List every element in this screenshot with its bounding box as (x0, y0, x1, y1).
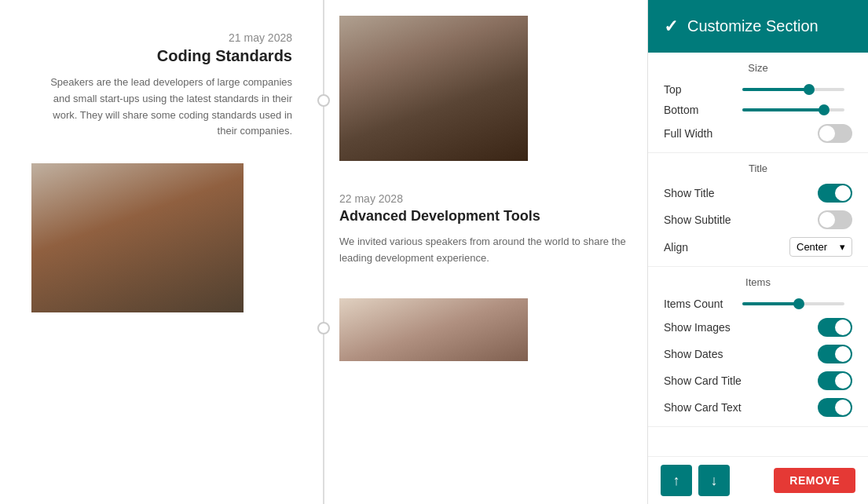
sidebar-body: Size Top Bottom (648, 53, 868, 456)
show-dates-row: Show Dates (664, 345, 852, 363)
event-2-date: 22 may 2028 (339, 192, 632, 205)
down-arrow-icon: ↓ (711, 473, 718, 489)
timeline-dot-top (317, 94, 330, 107)
align-dropdown[interactable]: Center ▾ (789, 237, 852, 257)
show-card-text-row: Show Card Text (664, 398, 852, 417)
full-width-toggle-knob (819, 126, 835, 141)
title-section: Title Show Title Show Subtitle Align Cen… (648, 153, 868, 267)
align-value: Center (797, 241, 827, 253)
size-section-label: Size (664, 62, 852, 74)
event-1-date: 21 may 2028 (31, 31, 292, 44)
bottom-slider-thumb[interactable] (819, 104, 830, 115)
event-2-title: Advanced Development Tools (339, 208, 632, 225)
top-slider-track (742, 88, 844, 91)
sidebar-header: ✓ Customize Section (648, 0, 868, 53)
top-slider-thumb[interactable] (804, 84, 815, 95)
show-title-toggle[interactable] (818, 184, 852, 203)
show-card-title-row: Show Card Title (664, 371, 852, 390)
dev-people-image (31, 163, 244, 312)
bottom-slider-fill (742, 108, 824, 111)
show-dates-toggle-knob (835, 346, 851, 362)
bottom-label: Bottom (664, 104, 698, 116)
bottom-control-row: Bottom (664, 104, 852, 116)
show-images-toggle-knob (835, 320, 851, 335)
show-images-row: Show Images (664, 318, 852, 337)
items-section-label: Items (664, 276, 852, 288)
main-content: 21 may 2028 Coding Standards Speakers ar… (0, 0, 647, 504)
timeline-dot-bottom (317, 322, 330, 334)
group-meeting-image (339, 16, 528, 161)
items-count-slider[interactable] (742, 302, 852, 305)
timeline-container: 21 may 2028 Coding Standards Speakers ar… (0, 0, 647, 504)
full-width-control-row: Full Width (664, 124, 852, 143)
items-count-slider-fill (742, 302, 799, 305)
show-subtitle-row: Show Subtitle (664, 210, 852, 229)
sidebar-title: Customize Section (687, 17, 819, 35)
items-section: Items Items Count Show Images Show Dates (648, 267, 868, 427)
align-row: Align Center ▾ (664, 237, 852, 257)
full-width-label: Full Width (664, 127, 712, 140)
show-card-title-toggle[interactable] (818, 371, 852, 390)
show-card-text-label: Show Card Text (664, 401, 742, 414)
items-count-slider-track (742, 302, 844, 305)
move-up-button[interactable]: ↑ (661, 465, 692, 496)
event-2-image-left (31, 163, 244, 312)
sidebar: ✓ Customize Section Size Top Bottom (647, 0, 868, 504)
show-title-row: Show Title (664, 184, 852, 203)
items-count-row: Items Count (664, 298, 852, 310)
top-control-row: Top (664, 83, 852, 96)
align-label: Align (664, 241, 688, 254)
show-card-text-toggle-knob (835, 400, 851, 415)
bottom-slider-track (742, 108, 844, 111)
full-width-toggle[interactable] (818, 124, 852, 143)
timeline-line (323, 0, 324, 504)
bottom-person-image (339, 298, 528, 361)
right-column: 22 may 2028 Advanced Development Tools W… (324, 16, 647, 488)
left-column: 21 may 2028 Coding Standards Speakers ar… (0, 16, 324, 488)
show-images-label: Show Images (664, 321, 731, 334)
bottom-slider[interactable] (742, 108, 852, 111)
top-label: Top (664, 83, 682, 96)
items-count-label: Items Count (664, 298, 723, 310)
event-1-description: Speakers are the lead developers of larg… (31, 75, 292, 140)
event-3-image-right (339, 298, 528, 361)
event-1-image-right (339, 16, 528, 161)
sidebar-footer: ↑ ↓ REMOVE (648, 456, 868, 504)
move-down-button[interactable]: ↓ (698, 465, 730, 496)
show-title-label: Show Title (664, 187, 715, 199)
remove-button[interactable]: REMOVE (774, 468, 855, 493)
show-title-toggle-knob (835, 185, 851, 201)
show-subtitle-toggle-knob (819, 212, 835, 228)
show-card-title-label: Show Card Title (664, 374, 742, 387)
top-slider-fill (742, 88, 809, 91)
show-subtitle-toggle[interactable] (818, 210, 852, 229)
top-slider[interactable] (742, 88, 852, 91)
show-subtitle-label: Show Subtitle (664, 214, 731, 226)
items-count-slider-thumb[interactable] (793, 298, 804, 309)
show-card-text-toggle[interactable] (818, 398, 852, 417)
title-section-label: Title (664, 163, 852, 174)
show-dates-label: Show Dates (664, 348, 723, 360)
event-1-text: 21 may 2028 Coding Standards Speakers ar… (31, 16, 292, 140)
show-dates-toggle[interactable] (818, 345, 852, 363)
check-icon: ✓ (664, 16, 678, 37)
event-2-description: We invited various speakers from around … (339, 234, 632, 267)
up-arrow-icon: ↑ (673, 473, 680, 489)
size-section: Size Top Bottom (648, 53, 868, 153)
show-card-title-toggle-knob (835, 373, 851, 389)
align-chevron-icon: ▾ (840, 241, 845, 253)
event-2-text: 22 may 2028 Advanced Development Tools W… (339, 184, 632, 267)
event-1-title: Coding Standards (31, 47, 292, 65)
show-images-toggle[interactable] (818, 318, 852, 337)
